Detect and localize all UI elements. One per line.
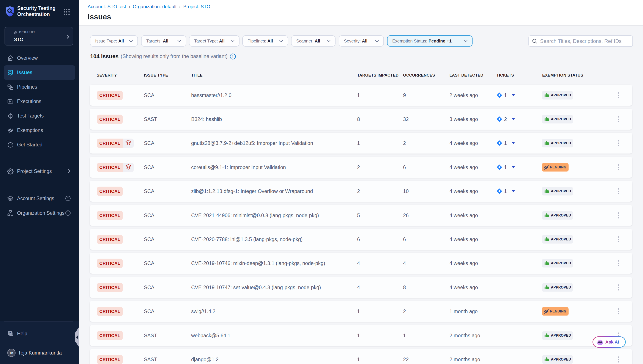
svg-text:?: ? — [9, 331, 11, 334]
